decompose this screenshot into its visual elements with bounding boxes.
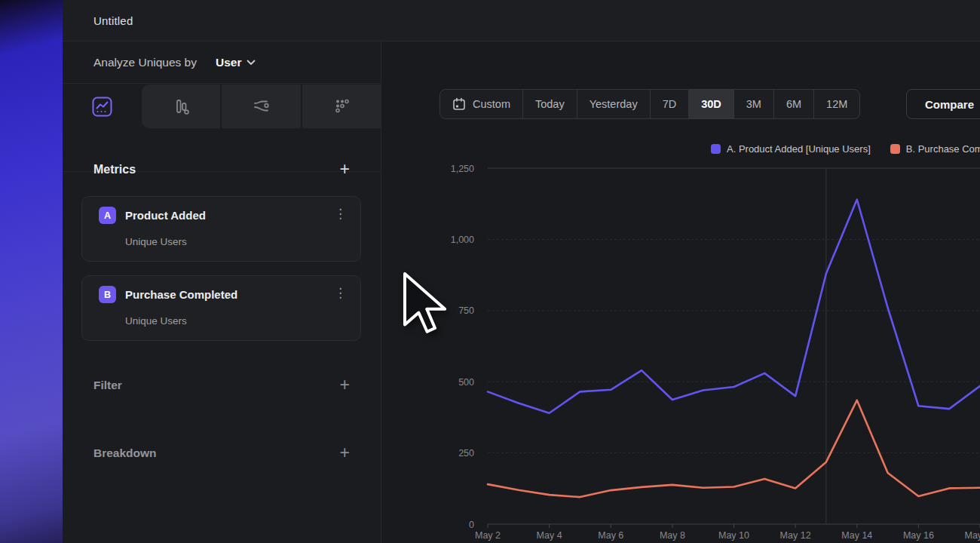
- metric-card-b[interactable]: B Purchase Completed Unique Users ⋮: [81, 275, 361, 341]
- metric-menu-a[interactable]: ⋮: [334, 207, 347, 222]
- svg-text:1,250: 1,250: [451, 164, 474, 174]
- metric-title-a: Product Added: [125, 209, 206, 222]
- svg-text:1,000: 1,000: [451, 235, 474, 245]
- analyze-label: Analyze Uniques by: [93, 56, 197, 69]
- chart-type-tab-strip: [142, 84, 381, 128]
- tab-flow[interactable]: [220, 84, 300, 128]
- brand-gradient-strip: [0, 0, 63, 543]
- analyze-row: Analyze Uniques by User: [63, 41, 381, 84]
- filter-section-header: Filter +: [93, 376, 350, 394]
- metric-subtitle-a[interactable]: Unique Users: [125, 236, 187, 247]
- report-title[interactable]: Untitled: [93, 14, 133, 27]
- breakdown-title: Breakdown: [93, 446, 157, 460]
- retention-grid-icon: [332, 97, 351, 116]
- svg-text:0: 0: [469, 520, 474, 530]
- svg-text:May 10: May 10: [718, 530, 749, 541]
- metric-subtitle-b[interactable]: Unique Users: [125, 315, 187, 327]
- svg-text:May 2: May 2: [475, 530, 501, 541]
- metric-menu-b[interactable]: ⋮: [334, 287, 347, 301]
- metrics-section-header: Metrics +: [93, 161, 350, 178]
- svg-text:May 8: May 8: [660, 530, 685, 541]
- add-filter-button[interactable]: +: [340, 376, 350, 394]
- svg-text:May 16: May 16: [903, 530, 934, 541]
- line-chart-plot[interactable]: 02505007501,0001,250May 2May 4May 6May 8…: [382, 41, 980, 543]
- svg-text:May 4: May 4: [537, 530, 562, 541]
- chart-type-tabs: [63, 84, 381, 128]
- flow-icon: [251, 97, 271, 117]
- analyze-entity-value: User: [216, 56, 241, 69]
- metric-badge-b: B: [99, 286, 116, 303]
- svg-text:May 18: May 18: [965, 530, 980, 541]
- breakdown-section-header: Breakdown +: [93, 444, 350, 462]
- svg-text:750: 750: [458, 305, 474, 316]
- svg-text:May 6: May 6: [598, 530, 623, 541]
- metric-card-a[interactable]: A Product Added Unique Users ⋮: [81, 196, 361, 262]
- sidebar: Analyze Uniques by User: [63, 41, 381, 543]
- line-chart-icon: [92, 97, 112, 117]
- tab-bar-chart[interactable]: [142, 84, 220, 128]
- bar-chart-icon: [171, 97, 191, 116]
- svg-text:250: 250: [458, 448, 474, 459]
- add-metric-button[interactable]: +: [340, 161, 350, 178]
- svg-text:500: 500: [458, 377, 474, 388]
- tab-line-chart[interactable]: [63, 84, 142, 128]
- top-bar: Untitled: [63, 0, 980, 41]
- metric-title-b: Purchase Completed: [125, 288, 237, 301]
- filter-title: Filter: [93, 379, 122, 392]
- metrics-title: Metrics: [93, 163, 136, 176]
- add-breakdown-button[interactable]: +: [340, 444, 350, 462]
- svg-text:May 12: May 12: [780, 530, 811, 541]
- svg-text:May 14: May 14: [841, 530, 872, 541]
- metric-badge-a: A: [99, 207, 116, 224]
- chevron-down-icon: [247, 60, 256, 66]
- tab-retention-grid[interactable]: [301, 84, 381, 128]
- analyze-entity-dropdown[interactable]: User: [216, 56, 256, 69]
